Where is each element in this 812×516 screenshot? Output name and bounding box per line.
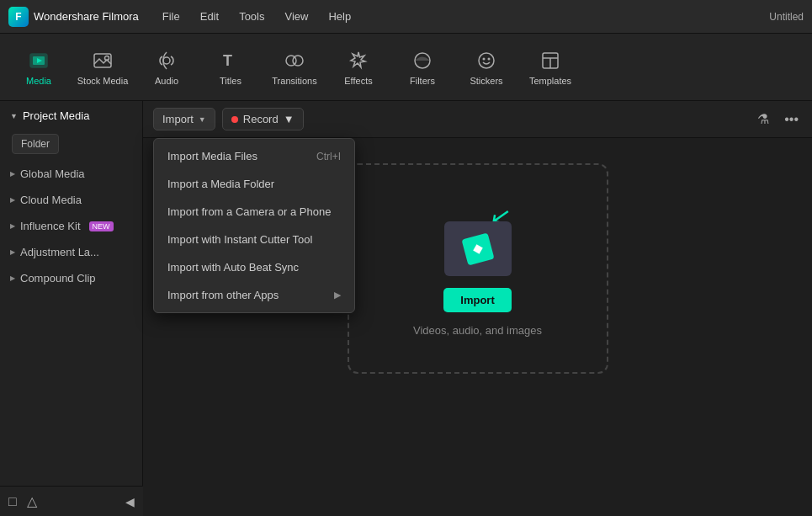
toolbar-transitions[interactable]: Transitions bbox=[264, 38, 325, 97]
app-logo: F Wondershare Filmora bbox=[8, 7, 139, 27]
record-dot-icon bbox=[231, 116, 238, 123]
window-title: Untitled bbox=[769, 11, 804, 23]
sidebar-collapse-icon[interactable]: ◀ bbox=[125, 495, 135, 508]
dropzone: ↙ Import Videos, audio, and images bbox=[348, 163, 608, 374]
content-bar-right: ⚗ ••• bbox=[754, 109, 802, 129]
sidebar-item-global-media[interactable]: ▶ Global Media bbox=[0, 161, 142, 187]
content-bar: Import ▼ Record ▼ ⚗ ••• bbox=[143, 101, 812, 138]
new-folder-icon[interactable]: △ bbox=[27, 493, 37, 509]
sidebar-item-cloud-media[interactable]: ▶ Cloud Media bbox=[0, 187, 142, 213]
svg-point-3 bbox=[105, 56, 109, 60]
project-media-header: ▼ Project Media bbox=[0, 101, 142, 130]
dropdown-item-import-auto-beat[interactable]: Import with Auto Beat Sync bbox=[154, 253, 354, 281]
record-button[interactable]: Record ▼ bbox=[222, 108, 304, 130]
import-dropdown-button[interactable]: Import ▼ bbox=[153, 108, 215, 130]
toolbar-media[interactable]: Media bbox=[8, 38, 69, 97]
dropzone-import-button[interactable]: Import bbox=[443, 288, 511, 312]
sidebar-item-adjustment-layer[interactable]: ▶ Adjustment La... bbox=[0, 239, 142, 265]
sidebar-item-influence-kit[interactable]: ▶ Influence Kit NEW bbox=[0, 213, 142, 239]
sidebar: ▼ Project Media Folder ▶ Global Media ▶ … bbox=[0, 101, 143, 516]
filter-icon[interactable]: ⚗ bbox=[754, 109, 772, 129]
compound-clip-label: Compound Clip bbox=[20, 272, 96, 285]
folder-button[interactable]: Folder bbox=[12, 134, 59, 154]
menu-edit[interactable]: Edit bbox=[190, 0, 229, 34]
global-media-label: Global Media bbox=[20, 168, 85, 180]
svg-point-9 bbox=[479, 53, 494, 68]
toolbar: Media Stock Media Audio T Titles Transi bbox=[0, 34, 812, 101]
menu-help[interactable]: Help bbox=[318, 0, 361, 34]
svg-point-4 bbox=[163, 57, 170, 64]
svg-text:T: T bbox=[223, 52, 232, 69]
influence-kit-triangle: ▶ bbox=[10, 222, 15, 230]
svg-point-11 bbox=[488, 57, 491, 60]
import-dropdown-arrow: ▼ bbox=[199, 115, 206, 124]
project-media-triangle: ▼ bbox=[10, 112, 18, 120]
other-apps-submenu-arrow: ▶ bbox=[334, 290, 341, 301]
title-bar: F Wondershare Filmora File Edit Tools Vi… bbox=[0, 0, 812, 34]
influence-kit-badge: NEW bbox=[89, 221, 114, 231]
toolbar-stickers[interactable]: Stickers bbox=[456, 38, 517, 97]
project-media-label: Project Media bbox=[23, 109, 89, 122]
app-logo-icon: F bbox=[8, 7, 29, 27]
app-name: Wondershare Filmora bbox=[34, 10, 139, 23]
sidebar-bottom: □ △ ◀ bbox=[0, 486, 143, 516]
filmora-logo-icon bbox=[461, 232, 494, 265]
add-folder-icon[interactable]: □ bbox=[8, 494, 17, 509]
record-label: Record bbox=[243, 113, 279, 125]
compound-clip-triangle: ▶ bbox=[10, 274, 15, 282]
cloud-media-label: Cloud Media bbox=[20, 194, 82, 206]
cloud-media-triangle: ▶ bbox=[10, 196, 15, 204]
dropdown-item-import-other-apps[interactable]: Import from other Apps ▶ bbox=[154, 281, 354, 309]
content-area: Import ▼ Record ▼ ⚗ ••• Import Media Fil… bbox=[143, 101, 812, 516]
import-label: Import bbox=[162, 113, 194, 125]
global-media-triangle: ▶ bbox=[10, 170, 15, 178]
toolbar-filters[interactable]: Filters bbox=[392, 38, 453, 97]
dropdown-item-import-instant-cutter[interactable]: Import with Instant Cutter Tool bbox=[154, 226, 354, 253]
menu-tools[interactable]: Tools bbox=[229, 0, 274, 34]
toolbar-titles[interactable]: T Titles bbox=[200, 38, 261, 97]
dropdown-item-import-camera[interactable]: Import from a Camera or a Phone bbox=[154, 198, 354, 226]
dropzone-subtitle: Videos, audio, and images bbox=[413, 324, 542, 337]
import-dropdown-menu: Import Media Files Ctrl+I Import a Media… bbox=[153, 138, 355, 313]
toolbar-effects[interactable]: Effects bbox=[328, 38, 389, 97]
adjustment-layer-triangle: ▶ bbox=[10, 248, 15, 256]
more-options-icon[interactable]: ••• bbox=[781, 110, 802, 129]
record-dropdown-arrow: ▼ bbox=[284, 113, 295, 125]
folder-shape bbox=[444, 221, 512, 276]
menu-view[interactable]: View bbox=[274, 0, 318, 34]
dropdown-item-import-media-files[interactable]: Import Media Files Ctrl+I bbox=[154, 142, 354, 170]
import-visual: ↙ bbox=[440, 200, 516, 276]
menu-file[interactable]: File bbox=[152, 0, 190, 34]
svg-point-10 bbox=[483, 57, 486, 60]
dropdown-item-import-media-folder[interactable]: Import a Media Folder bbox=[154, 170, 354, 198]
main-area: ▼ Project Media Folder ▶ Global Media ▶ … bbox=[0, 101, 812, 516]
influence-kit-label: Influence Kit bbox=[20, 220, 81, 232]
toolbar-stock-media[interactable]: Stock Media bbox=[72, 38, 133, 97]
sidebar-item-compound-clip[interactable]: ▶ Compound Clip bbox=[0, 265, 142, 291]
adjustment-layer-label: Adjustment La... bbox=[20, 246, 99, 258]
svg-point-7 bbox=[293, 56, 303, 66]
toolbar-audio[interactable]: Audio bbox=[136, 38, 197, 97]
toolbar-templates[interactable]: Templates bbox=[520, 38, 581, 97]
